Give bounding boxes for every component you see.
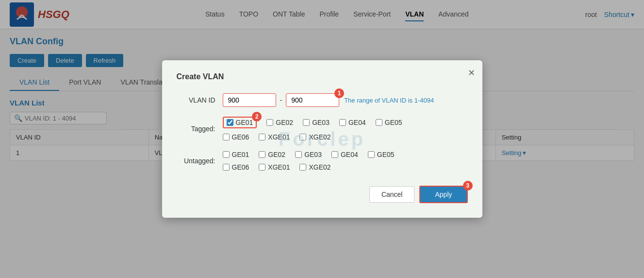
untagged-xge02-item[interactable]: XGE02 — [299, 163, 330, 171]
create-vlan-modal: Forclep Create VLAN ✕ VLAN ID - 1 The ra… — [162, 60, 482, 218]
untagged-ge02-checkbox[interactable] — [259, 151, 265, 158]
tagged-ge01-checkbox[interactable] — [227, 119, 233, 126]
tagged-ge02-checkbox[interactable] — [266, 119, 273, 126]
step1-badge: 1 — [334, 88, 344, 98]
modal-title: Create VLAN — [177, 72, 468, 81]
untagged-row2: GE06 XGE01 XGE02 — [223, 163, 468, 171]
vlan-id-row: VLAN ID - 1 The range of VLAN ID is 1-40… — [177, 93, 468, 107]
vlan-id-to-input[interactable] — [286, 93, 339, 107]
untagged-xge01-item[interactable]: XGE01 — [259, 163, 290, 171]
tagged-row2: GE06 XGE01 XGE02 — [223, 133, 468, 141]
tagged-ge02-item[interactable]: GE02 — [266, 119, 293, 126]
tagged-ge02-label: GE02 — [276, 119, 293, 126]
untagged-xge02-label: XGE02 — [309, 163, 330, 171]
untagged-ge04-label: GE04 — [341, 151, 358, 158]
modal-close-button[interactable]: ✕ — [468, 68, 475, 78]
vlan-id-from-wrap — [223, 93, 276, 107]
apply-wrap: Apply 3 — [419, 186, 467, 203]
untagged-ge05-checkbox[interactable] — [368, 151, 375, 158]
modal-footer: Cancel Apply 3 — [177, 186, 468, 203]
untagged-ge05-label: GE05 — [377, 151, 395, 158]
tagged-checkbox-group: GE01 2 GE02 GE03 GE04 — [223, 117, 468, 141]
tagged-row1: GE01 2 GE02 GE03 GE04 — [223, 117, 468, 128]
untagged-ge01-item[interactable]: GE01 — [223, 151, 249, 158]
tagged-xge01-item[interactable]: XGE01 — [259, 133, 290, 141]
tagged-ge04-label: GE04 — [348, 119, 366, 126]
tagged-xge01-label: XGE01 — [268, 133, 290, 141]
vlan-id-label: VLAN ID — [177, 96, 215, 104]
untagged-ge06-item[interactable]: GE06 — [223, 163, 249, 171]
vlan-id-from-input[interactable] — [223, 93, 276, 107]
tagged-ge01-label: GE01 — [236, 119, 253, 126]
tagged-ge05-checkbox[interactable] — [376, 119, 382, 126]
untagged-ge04-item[interactable]: GE04 — [331, 151, 358, 158]
untagged-ge03-item[interactable]: GE03 — [295, 151, 322, 158]
step2-badge: 2 — [252, 112, 262, 122]
tagged-xge01-checkbox[interactable] — [259, 134, 265, 140]
tagged-ge05-label: GE05 — [385, 119, 402, 126]
untagged-xge02-checkbox[interactable] — [299, 164, 306, 171]
tagged-ge04-item[interactable]: GE04 — [339, 119, 366, 126]
tagged-ge01-wrap: GE01 2 — [223, 117, 257, 128]
dash: - — [280, 96, 282, 104]
tagged-ge05-item[interactable]: GE05 — [376, 119, 402, 126]
tagged-ge03-item[interactable]: GE03 — [303, 119, 330, 126]
cancel-button[interactable]: Cancel — [369, 186, 415, 203]
tagged-label: Tagged: — [177, 125, 215, 133]
tagged-ge03-checkbox[interactable] — [303, 119, 310, 126]
tagged-row: Tagged: GE01 2 GE02 — [177, 117, 468, 141]
tagged-xge02-checkbox[interactable] — [299, 134, 306, 140]
modal-overlay: Forclep Create VLAN ✕ VLAN ID - 1 The ra… — [0, 0, 644, 278]
tagged-ge04-checkbox[interactable] — [339, 119, 346, 126]
tagged-ge06-label: GE06 — [232, 133, 249, 141]
untagged-ge01-label: GE01 — [232, 151, 249, 158]
tagged-xge02-item[interactable]: XGE02 — [299, 133, 330, 141]
untagged-row1: GE01 GE02 GE03 GE04 — [223, 151, 468, 158]
untagged-xge01-checkbox[interactable] — [259, 164, 265, 171]
apply-button[interactable]: Apply — [419, 186, 467, 203]
tagged-ge06-item[interactable]: GE06 — [223, 133, 249, 141]
untagged-ge04-checkbox[interactable] — [331, 151, 338, 158]
tagged-ge03-label: GE03 — [312, 119, 330, 126]
untagged-ge06-label: GE06 — [232, 163, 249, 171]
tagged-xge02-label: XGE02 — [309, 133, 330, 141]
untagged-label: Untagged: — [177, 157, 215, 165]
vlan-range-hint: The range of VLAN ID is 1-4094 — [344, 97, 434, 104]
tagged-ge06-checkbox[interactable] — [223, 134, 230, 140]
untagged-ge05-item[interactable]: GE05 — [368, 151, 395, 158]
untagged-ge03-label: GE03 — [304, 151, 322, 158]
step3-badge: 3 — [463, 181, 473, 191]
untagged-ge02-item[interactable]: GE02 — [259, 151, 285, 158]
untagged-ge03-checkbox[interactable] — [295, 151, 302, 158]
untagged-checkbox-group: GE01 GE02 GE03 GE04 — [223, 151, 468, 171]
untagged-row: Untagged: GE01 GE02 GE03 — [177, 151, 468, 171]
vlan-id-wrap: - 1 — [223, 93, 340, 107]
untagged-xge01-label: XGE01 — [268, 163, 290, 171]
untagged-ge01-checkbox[interactable] — [223, 151, 230, 158]
untagged-ge02-label: GE02 — [268, 151, 285, 158]
untagged-ge06-checkbox[interactable] — [223, 164, 230, 171]
